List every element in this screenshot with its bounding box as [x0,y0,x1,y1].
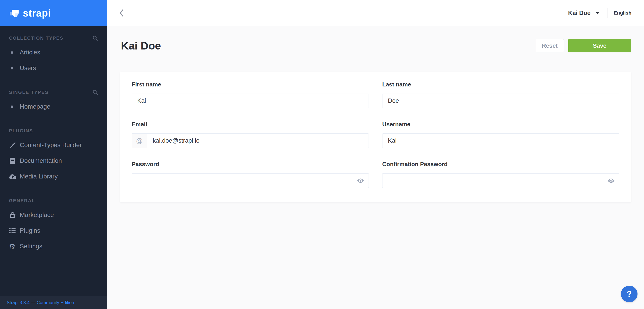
section-label: SINGLE TYPES [9,90,48,95]
strapi-logo-icon [9,8,19,18]
at-sign-icon: @ [132,134,147,148]
bullet-icon [9,106,20,108]
field-label: Password [132,161,369,168]
sidebar: strapi COLLECTION TYPES Articles Users S… [0,0,107,309]
topbar-right: Kai Doe English [568,8,644,18]
section-collection-types: COLLECTION TYPES [0,35,107,42]
sidebar-item-settings[interactable]: ⚙ Settings [0,242,107,251]
field-username: Username [382,121,619,148]
last-name-input[interactable] [382,94,619,108]
confirmation-password-input[interactable] [382,173,619,188]
bullet-icon [9,67,20,70]
sidebar-item-label: Marketplace [20,211,54,218]
sidebar-item-plugins[interactable]: Plugins [0,226,107,235]
bullet-icon [9,51,20,54]
sidebar-item-label: Media Library [20,173,58,180]
search-icon[interactable] [92,89,98,96]
sidebar-footer: Strapi 3.3.4 — Community Edition [0,296,107,309]
chevron-left-icon [119,9,124,17]
eye-icon[interactable] [357,178,364,184]
chevron-down-icon [596,12,600,14]
field-label: Confirmation Password [382,161,619,168]
sidebar-item-label: Users [20,64,36,72]
field-password: Password [132,161,369,188]
divider [607,8,608,18]
paintbrush-icon [9,142,20,149]
password-input[interactable] [132,173,369,188]
sidebar-item-label: Plugins [20,227,40,234]
sidebar-item-users[interactable]: Users [0,63,107,73]
user-menu[interactable]: Kai Doe [568,10,600,16]
section-plugins: PLUGINS [0,128,107,134]
version-link[interactable]: Strapi 3.3.4 — Community Edition [7,300,74,305]
section-single-types: SINGLE TYPES [0,89,107,96]
main-content: Kai Doe Reset Save First name Last name … [107,26,644,309]
sidebar-item-marketplace[interactable]: Marketplace [0,210,107,220]
question-mark-icon: ? [627,289,632,299]
page-title: Kai Doe [121,40,161,52]
sidebar-item-label: Settings [20,243,42,250]
field-email: Email @ [132,121,369,148]
form-grid: First name Last name Email @ Usern [132,81,619,188]
brand-name: strapi [23,8,51,19]
user-form-card: First name Last name Email @ Usern [120,72,631,202]
first-name-input[interactable] [132,94,369,108]
section-label: COLLECTION TYPES [9,36,63,41]
page-head: Kai Doe Reset Save [107,26,644,52]
sidebar-item-homepage[interactable]: Homepage [0,102,107,111]
back-button[interactable] [107,0,136,26]
field-label: Username [382,121,619,128]
field-confirmation-password: Confirmation Password [382,161,619,188]
save-button[interactable]: Save [568,39,631,52]
basket-icon [9,212,20,218]
field-first-name: First name [132,81,369,108]
sidebar-item-label: Content-Types Builder [20,142,82,149]
sidebar-item-label: Documentation [20,157,62,164]
sidebar-item-label: Articles [20,49,40,56]
gear-icon: ⚙ [9,243,20,250]
language-selector[interactable]: English [614,10,632,16]
sidebar-item-label: Homepage [20,103,50,110]
sidebar-item-media-library[interactable]: Media Library [0,172,107,181]
field-label: Email [132,121,369,128]
reset-button[interactable]: Reset [536,39,564,52]
topbar: Kai Doe English [107,0,644,26]
field-label: Last name [382,81,619,88]
section-label: PLUGINS [9,128,33,134]
section-general: GENERAL [0,197,107,204]
username-input[interactable] [382,134,619,148]
sidebar-item-articles[interactable]: Articles [0,48,107,57]
head-actions: Reset Save [536,39,631,52]
help-button[interactable]: ? [621,286,638,302]
list-icon [9,228,20,234]
search-icon[interactable] [92,35,98,42]
strapi-logo[interactable]: strapi [0,0,107,26]
book-icon [9,157,20,164]
field-label: First name [132,81,369,88]
eye-icon[interactable] [607,178,615,184]
cloud-upload-icon [9,174,20,179]
section-label: GENERAL [9,198,35,203]
field-last-name: Last name [382,81,619,108]
sidebar-item-documentation[interactable]: Documentation [0,156,107,166]
email-input[interactable] [147,134,368,148]
user-name: Kai Doe [568,10,591,16]
sidebar-item-content-types-builder[interactable]: Content-Types Builder [0,140,107,150]
